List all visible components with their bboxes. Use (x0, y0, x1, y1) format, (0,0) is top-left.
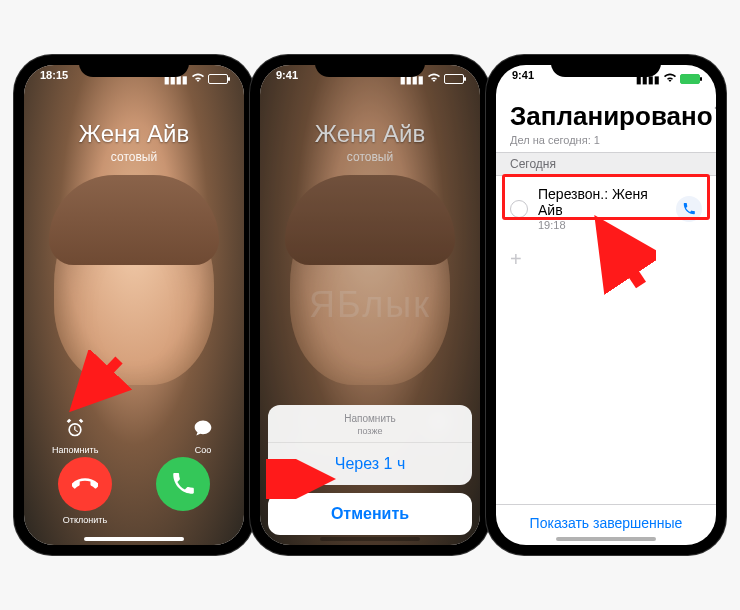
status-time: 9:41 (276, 69, 298, 89)
call-buttons-row: Отклонить (24, 457, 244, 525)
caller-label: сотовый (24, 150, 244, 164)
decline-button[interactable] (58, 457, 112, 511)
home-indicator[interactable] (84, 537, 184, 541)
screen-3: 9:41 ▮▮▮▮ Запланировано Дел на сегодня: (496, 65, 716, 545)
reminder-content: Перезвон.: Женя Айв 19:18 (538, 186, 666, 231)
accept-button[interactable] (156, 457, 210, 511)
show-completed-link[interactable]: Показать завершенные (496, 504, 716, 531)
alarm-icon[interactable] (713, 105, 716, 128)
home-indicator[interactable] (556, 537, 656, 541)
section-header-today: Сегодня (496, 152, 716, 176)
screen-2: 9:41 ▮▮▮▮ Женя Айв сотовый ЯБлык (260, 65, 480, 545)
message-icon (190, 415, 216, 441)
action-sheet-option-1h[interactable]: Через 1 ч (268, 443, 472, 485)
add-reminder-button[interactable]: + (496, 241, 716, 277)
battery-icon (680, 74, 700, 84)
wifi-icon (192, 73, 204, 85)
phone-frame-3: 9:41 ▮▮▮▮ Запланировано Дел на сегодня: (486, 55, 726, 555)
phone-frame-1: 18:15 ▮▮▮▮ Женя Айв сотовый (14, 55, 254, 555)
remind-me-button[interactable]: Напомнить (52, 415, 98, 455)
incoming-call-screen: 18:15 ▮▮▮▮ Женя Айв сотовый (24, 65, 244, 545)
reminders-subtitle: Дел на сегодня: 1 (510, 134, 702, 146)
remind-me-label: Напомнить (52, 445, 98, 455)
battery-icon (444, 74, 464, 84)
message-label: Соо (195, 445, 212, 455)
reminders-title: Запланировано (510, 101, 713, 132)
call-back-button[interactable] (676, 196, 702, 222)
alarm-icon (62, 415, 88, 441)
notch (551, 55, 661, 77)
action-sheet-subtitle: позже (268, 426, 472, 443)
decline-label: Отклонить (63, 515, 107, 525)
notch (315, 55, 425, 77)
action-sheet-cancel[interactable]: Отменить (268, 493, 472, 535)
battery-icon (208, 74, 228, 84)
reminder-time: 19:18 (538, 219, 666, 231)
home-indicator[interactable] (320, 537, 420, 541)
action-sheet-title: Напомнить (268, 405, 472, 426)
reminder-checkbox[interactable] (510, 200, 528, 218)
phone-frame-2: 9:41 ▮▮▮▮ Женя Айв сотовый ЯБлык (250, 55, 490, 555)
wifi-icon (428, 73, 440, 85)
wifi-icon (664, 73, 676, 85)
status-time: 9:41 (512, 69, 534, 89)
phones-row: 18:15 ▮▮▮▮ Женя Айв сотовый (16, 55, 724, 555)
status-time: 18:15 (40, 69, 68, 89)
caller-name: Женя Айв (24, 120, 244, 148)
notch (79, 55, 189, 77)
message-button[interactable]: Соо (190, 415, 216, 455)
reminder-title: Перезвон.: Женя Айв (538, 186, 666, 218)
remind-action-sheet: Напомнить позже Через 1 ч Отменить (268, 405, 472, 535)
action-sheet-group: Напомнить позже Через 1 ч (268, 405, 472, 485)
reminder-row[interactable]: Перезвон.: Женя Айв 19:18 (496, 176, 716, 241)
call-action-row: Напомнить Соо (24, 415, 244, 455)
screen-1: 18:15 ▮▮▮▮ Женя Айв сотовый (24, 65, 244, 545)
